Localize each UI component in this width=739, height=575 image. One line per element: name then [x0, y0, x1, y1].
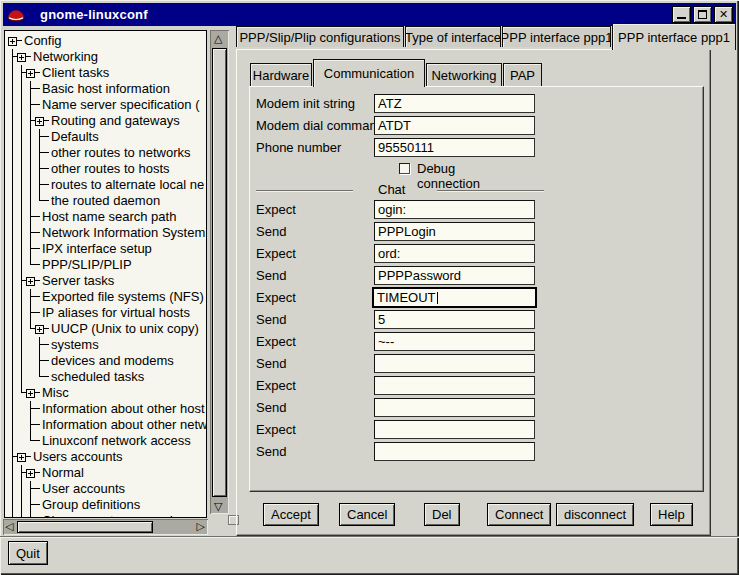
tree-branch-line — [44, 161, 49, 177]
chat-text-input[interactable] — [374, 398, 535, 417]
tree-branch-line — [35, 465, 40, 481]
tree-item-label: User accounts — [42, 481, 125, 497]
chat-text-input[interactable]: ogin: — [374, 200, 535, 219]
tree-guide — [8, 497, 17, 513]
tree-item[interactable]: Client tasks — [8, 65, 206, 81]
tree-expander-icon[interactable] — [8, 37, 17, 46]
chat-text-input[interactable]: PPPPassword — [374, 266, 535, 285]
action-button[interactable]: Cancel — [339, 503, 395, 526]
tree-guide — [17, 177, 26, 193]
chat-separator-right — [437, 190, 544, 192]
maximize-button[interactable] — [693, 6, 712, 23]
chat-text-input[interactable]: ord: — [374, 244, 535, 263]
tree-item[interactable]: Networking — [8, 49, 206, 65]
chat-row: Expect ~-- — [0, 332, 739, 352]
form-field-row: Phone number 95550111 — [0, 138, 739, 158]
chat-text-input[interactable] — [374, 420, 535, 439]
tree-branch-line — [35, 481, 40, 497]
gnome-linuxconf-window: gnome-linuxconf ✕ ConfigNetworkingClient… — [0, 0, 739, 575]
scroll-up-icon[interactable]: △ — [214, 33, 222, 44]
close-button[interactable]: ✕ — [714, 6, 733, 23]
chat-section-label: Chat — [378, 182, 405, 197]
action-button[interactable]: Del — [424, 503, 460, 526]
chat-row: Send PPPPassword — [0, 266, 739, 286]
text-input[interactable]: 95550111 — [374, 138, 535, 157]
tree-item[interactable]: other routes to hosts — [8, 161, 206, 177]
tree-branch-line — [35, 65, 40, 81]
tree-item[interactable]: User accounts — [8, 481, 206, 497]
window-title: gnome-linuxconf — [40, 7, 148, 22]
chat-row-label: Send — [256, 266, 286, 285]
outer-tab[interactable]: PPP/Slip/Plip configurations — [236, 26, 404, 47]
tree-item[interactable]: Change root password — [8, 513, 206, 518]
chat-text-input[interactable]: ~-- — [374, 332, 535, 351]
chat-text-input[interactable] — [374, 354, 535, 373]
tree-horizontal-scrollbar[interactable]: ◁ ▷ — [3, 519, 208, 535]
tree-guide — [17, 465, 26, 481]
outer-tab[interactable]: PPP interface ppp1 — [502, 26, 611, 47]
tree-guide — [8, 65, 17, 81]
quit-button[interactable]: Quit — [8, 541, 48, 565]
input-value: TIMEOUT — [377, 290, 436, 305]
tree-branch-line — [35, 513, 40, 518]
tree-guide — [8, 465, 17, 481]
tree-guide — [26, 513, 35, 518]
action-button-label: Accept — [271, 507, 311, 522]
minimize-icon — [677, 17, 686, 19]
inner-tab-label: Hardware — [253, 68, 309, 83]
chat-text-input[interactable] — [374, 442, 535, 461]
tree-branch-line — [26, 49, 31, 65]
action-button-label: Cancel — [347, 507, 387, 522]
inner-tab[interactable]: Networking — [426, 63, 502, 86]
input-value: PPPPassword — [378, 268, 461, 283]
chat-text-input[interactable]: TIMEOUT — [372, 287, 537, 308]
chat-row: Expect — [0, 420, 739, 440]
tree-item[interactable]: Config — [8, 33, 206, 49]
tree-guide — [26, 497, 35, 513]
tree-branch-line — [17, 33, 22, 49]
input-value: PPPLogin — [378, 224, 436, 239]
chat-row: Send PPPLogin — [0, 222, 739, 242]
chat-row-label: Expect — [256, 288, 296, 307]
tree-expander-icon[interactable] — [26, 69, 35, 78]
debug-connection-checkbox[interactable] — [399, 163, 410, 174]
tree-branch-line — [44, 177, 49, 193]
horizontal-scroll-thumb[interactable] — [17, 521, 153, 533]
inner-tab[interactable]: Hardware — [250, 63, 312, 86]
action-button-label: Del — [432, 507, 452, 522]
chat-text-input[interactable]: PPPLogin — [374, 222, 535, 241]
chat-row-label: Send — [256, 310, 286, 329]
scroll-left-icon[interactable]: ◁ — [5, 521, 13, 532]
text-input[interactable]: ATZ — [374, 94, 535, 113]
tree-guide — [26, 161, 35, 177]
tree-expander-icon[interactable] — [26, 469, 35, 478]
outer-tab[interactable]: Type of interface — [405, 26, 501, 47]
outer-tab-label: PPP/Slip/Plip configurations — [239, 30, 400, 45]
text-input[interactable]: ATDT — [374, 116, 535, 135]
inner-tab-label: Communication — [324, 66, 414, 81]
action-button[interactable]: Help — [650, 503, 693, 526]
action-button-label: Help — [658, 507, 685, 522]
outer-tab[interactable]: PPP interface ppp1 — [612, 23, 736, 50]
scroll-right-icon[interactable]: ▷ — [197, 521, 205, 532]
action-button[interactable]: Accept — [263, 503, 319, 526]
minimize-button[interactable] — [672, 6, 691, 23]
tree-guide — [17, 161, 26, 177]
tree-expander-icon[interactable] — [17, 53, 26, 62]
action-button-label: disconnect — [564, 507, 626, 522]
action-button[interactable]: disconnect — [556, 503, 634, 526]
inner-tab[interactable]: PAP — [503, 63, 542, 86]
action-button[interactable]: Connect — [487, 503, 551, 526]
debug-connection-label: Debug connection — [417, 161, 480, 191]
inner-tab[interactable]: Communication — [313, 59, 425, 87]
tree-guide — [8, 481, 17, 497]
input-value: ord: — [378, 246, 400, 261]
tree-item[interactable]: Group definitions — [8, 497, 206, 513]
scroll-down-icon[interactable]: ▽ — [214, 501, 222, 512]
chat-text-input[interactable] — [374, 376, 535, 395]
chat-text-input[interactable]: 5 — [374, 310, 535, 329]
tree-item[interactable]: routes to alternate local ne — [8, 177, 206, 193]
tree-item[interactable]: Normal — [8, 465, 206, 481]
tree-guide — [35, 177, 44, 193]
outer-tab-label: Type of interface — [405, 30, 501, 45]
